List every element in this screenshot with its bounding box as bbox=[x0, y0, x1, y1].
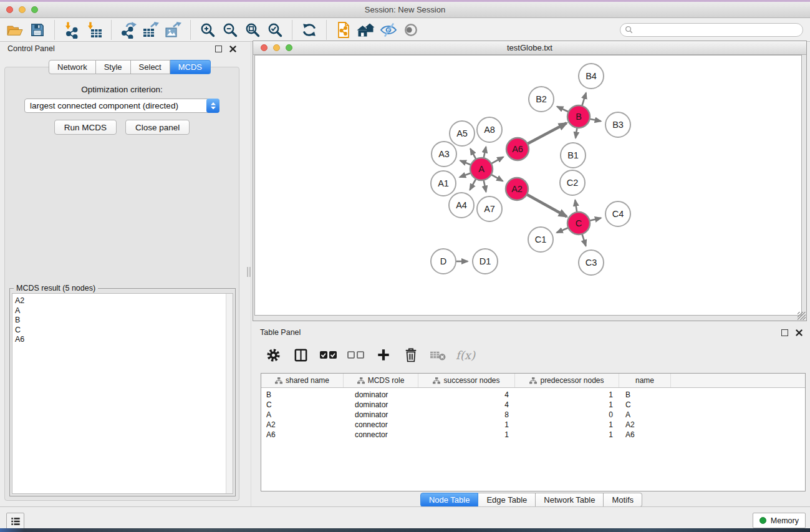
column-header[interactable]: predecessor nodes bbox=[515, 374, 619, 387]
zoom-window-button[interactable] bbox=[31, 6, 38, 13]
column-header[interactable]: successor nodes bbox=[418, 374, 515, 387]
column-header[interactable]: MCDS role bbox=[344, 374, 418, 387]
open-session-button[interactable] bbox=[4, 19, 26, 41]
graph-edge-C-C2[interactable] bbox=[575, 200, 577, 213]
graph-edge-B-B1[interactable] bbox=[576, 127, 577, 138]
graph-edge-B-B3[interactable] bbox=[589, 118, 601, 121]
table-settings-button[interactable] bbox=[263, 345, 284, 365]
graph-edge-A6-B[interactable] bbox=[527, 123, 567, 144]
search-input[interactable] bbox=[635, 24, 803, 36]
tab-network-table[interactable]: Network Table bbox=[536, 493, 604, 507]
float-panel-icon[interactable] bbox=[215, 46, 222, 52]
minimize-window-button[interactable] bbox=[19, 6, 26, 13]
tab-node-table[interactable]: Node Table bbox=[420, 493, 479, 507]
node-table[interactable]: shared nameMCDS rolesuccessor nodesprede… bbox=[261, 373, 806, 491]
save-session-button[interactable] bbox=[26, 19, 49, 41]
show-hide-button[interactable] bbox=[400, 19, 422, 41]
select-all-columns-button[interactable] bbox=[318, 345, 339, 365]
import-network-button[interactable] bbox=[60, 19, 83, 41]
criterion-dropdown[interactable]: largest connected component (directed) bbox=[24, 99, 219, 113]
result-item[interactable]: A2 bbox=[12, 296, 233, 306]
graph-edge-A-A8[interactable] bbox=[483, 147, 486, 158]
delete-columns-button[interactable] bbox=[400, 345, 421, 365]
mcds-result-listbox[interactable]: A2ABCA6 bbox=[12, 293, 233, 494]
import-table-button[interactable] bbox=[83, 19, 105, 41]
graph-edge-A-A3[interactable] bbox=[460, 160, 471, 165]
resize-grip-icon[interactable] bbox=[798, 312, 806, 320]
column-header[interactable]: name bbox=[619, 374, 671, 387]
apply-layout-button[interactable] bbox=[298, 19, 321, 41]
export-table-button[interactable] bbox=[140, 19, 162, 41]
network-view-window[interactable]: testGlobe.txt B4B2BB3A8A5A6A3B1AC2A1A2A4… bbox=[253, 41, 807, 321]
float-table-panel-icon[interactable] bbox=[781, 329, 788, 336]
tab-network[interactable]: Network bbox=[49, 60, 96, 74]
task-history-button[interactable] bbox=[6, 513, 24, 528]
dropdown-stepper-icon[interactable] bbox=[206, 99, 219, 113]
zoom-selected-button[interactable] bbox=[264, 19, 286, 41]
show-hide-graphics-details-button[interactable] bbox=[377, 19, 400, 41]
tab-mcds[interactable]: MCDS bbox=[170, 60, 211, 74]
first-neighbors-button[interactable] bbox=[355, 19, 377, 41]
network-graph[interactable]: B4B2BB3A8A5A6A3B1AC2A1A2A4A7C4CC1DD1C3 bbox=[255, 56, 801, 315]
zoom-in-button[interactable] bbox=[196, 19, 219, 41]
graph-edge-A2-C[interactable] bbox=[526, 194, 567, 216]
zoom-fit-button[interactable] bbox=[241, 19, 264, 41]
search-box[interactable] bbox=[620, 23, 803, 37]
function-builder-button[interactable]: f(x) bbox=[455, 345, 476, 365]
column-header[interactable]: shared name bbox=[261, 374, 344, 387]
control-panel-header: Control Panel bbox=[0, 41, 244, 57]
delete-table-button[interactable] bbox=[428, 345, 448, 365]
result-item[interactable]: A6 bbox=[12, 335, 233, 345]
panel-splitter-handle[interactable] bbox=[247, 267, 252, 277]
result-list-scrollbar[interactable] bbox=[226, 294, 233, 493]
tab-edge-table[interactable]: Edge Table bbox=[478, 493, 536, 507]
table-row[interactable]: A2connector11A2 bbox=[261, 420, 805, 430]
zoom-out-button[interactable] bbox=[219, 19, 241, 41]
app-titlebar[interactable]: Session: New Session bbox=[0, 2, 810, 18]
graph-edge-C-C4[interactable] bbox=[589, 218, 601, 221]
graph-edge-A-A7[interactable] bbox=[483, 180, 486, 192]
graph-edge-C-C1[interactable] bbox=[557, 228, 569, 233]
graph-edge-A-A4[interactable] bbox=[470, 178, 476, 190]
result-item[interactable]: A bbox=[12, 306, 233, 316]
table-cell: A6 bbox=[261, 430, 344, 440]
graph-edge-A-A5[interactable] bbox=[470, 149, 476, 160]
deselect-all-columns-button[interactable] bbox=[345, 345, 366, 365]
network-minimize-button[interactable] bbox=[273, 44, 280, 51]
graph-edge-C-C3[interactable] bbox=[582, 233, 586, 246]
close-table-panel-icon[interactable] bbox=[796, 329, 803, 336]
graph-edge-A-A6[interactable] bbox=[491, 157, 503, 164]
workspace: Control Panel Network Style Select MCDS … bbox=[0, 41, 810, 506]
close-window-button[interactable] bbox=[6, 6, 13, 13]
table-row[interactable]: Adominator80A bbox=[261, 410, 805, 420]
network-canvas[interactable]: B4B2BB3A8A5A6A3B1AC2A1A2A4A7C4CC1DD1C3 bbox=[254, 55, 802, 316]
export-network-button[interactable] bbox=[117, 19, 140, 41]
zoom-out-icon bbox=[222, 22, 238, 38]
table-row[interactable]: Bdominator41B bbox=[261, 390, 805, 400]
tab-select[interactable]: Select bbox=[131, 60, 170, 74]
graph-edge-B-B2[interactable] bbox=[557, 107, 569, 112]
close-panel-button[interactable]: Close panel bbox=[125, 120, 190, 135]
create-column-button[interactable] bbox=[373, 345, 393, 365]
memory-label: Memory bbox=[771, 516, 799, 525]
graph-edge-B-B4[interactable] bbox=[582, 93, 586, 107]
memory-button[interactable]: Memory bbox=[753, 513, 806, 528]
result-item[interactable]: C bbox=[12, 326, 233, 336]
new-network-from-selection-button[interactable] bbox=[332, 19, 355, 41]
graph-edge-A-A1[interactable] bbox=[460, 173, 471, 177]
table-row[interactable]: Cdominator41C bbox=[261, 400, 805, 410]
network-zoom-button[interactable] bbox=[286, 44, 292, 51]
close-panel-icon[interactable] bbox=[229, 46, 236, 52]
graph-node-label: B4 bbox=[586, 71, 597, 81]
run-mcds-button[interactable]: Run MCDS bbox=[54, 120, 117, 135]
table-row[interactable]: A6connector11A6 bbox=[261, 430, 805, 440]
network-view-titlebar[interactable]: testGlobe.txt bbox=[253, 41, 806, 55]
slashed-eye-icon bbox=[380, 22, 397, 37]
graph-edge-A-A2[interactable] bbox=[491, 174, 503, 181]
tab-style[interactable]: Style bbox=[96, 60, 131, 74]
export-image-button[interactable] bbox=[162, 19, 185, 41]
toggle-panes-button[interactable] bbox=[291, 345, 311, 365]
tab-motifs[interactable]: Motifs bbox=[604, 493, 642, 507]
result-item[interactable]: B bbox=[12, 316, 233, 326]
network-close-button[interactable] bbox=[261, 44, 268, 51]
